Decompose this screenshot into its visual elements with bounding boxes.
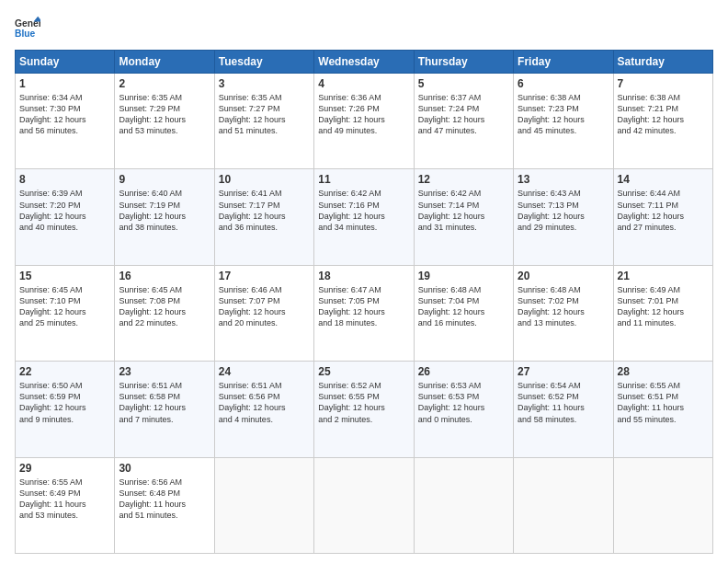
calendar-week-2: 8Sunrise: 6:39 AM Sunset: 7:20 PM Daylig… <box>16 169 713 265</box>
logo: General Blue <box>15 15 44 40</box>
day-number: 16 <box>119 270 210 282</box>
day-info: Sunrise: 6:42 AM Sunset: 7:14 PM Dayligh… <box>418 188 509 233</box>
day-number: 17 <box>219 270 310 282</box>
calendar-cell: 16Sunrise: 6:45 AM Sunset: 7:08 PM Dayli… <box>115 265 214 361</box>
day-info: Sunrise: 6:52 AM Sunset: 6:55 PM Dayligh… <box>318 380 409 425</box>
day-number: 28 <box>618 365 709 378</box>
day-number: 6 <box>518 77 609 90</box>
calendar-cell: 23Sunrise: 6:51 AM Sunset: 6:58 PM Dayli… <box>115 362 214 457</box>
calendar-cell: 21Sunrise: 6:49 AM Sunset: 7:01 PM Dayli… <box>613 265 712 361</box>
calendar-header-wednesday: Wednesday <box>314 51 414 74</box>
day-number: 13 <box>518 173 609 186</box>
calendar-cell: 1Sunrise: 6:34 AM Sunset: 7:30 PM Daylig… <box>16 74 115 169</box>
day-number: 19 <box>418 270 509 282</box>
calendar-header-tuesday: Tuesday <box>214 51 313 74</box>
day-number: 27 <box>518 365 609 378</box>
day-info: Sunrise: 6:43 AM Sunset: 7:13 PM Dayligh… <box>518 188 609 233</box>
day-number: 25 <box>318 365 409 378</box>
day-number: 14 <box>618 173 709 186</box>
calendar-cell: 25Sunrise: 6:52 AM Sunset: 6:55 PM Dayli… <box>314 362 414 457</box>
calendar-cell: 6Sunrise: 6:38 AM Sunset: 7:23 PM Daylig… <box>514 74 613 169</box>
calendar-header-saturday: Saturday <box>613 51 712 74</box>
calendar-header-monday: Monday <box>115 51 214 74</box>
calendar-cell: 5Sunrise: 6:37 AM Sunset: 7:24 PM Daylig… <box>414 74 513 169</box>
calendar-cell: 18Sunrise: 6:47 AM Sunset: 7:05 PM Dayli… <box>314 265 414 361</box>
calendar-cell: 13Sunrise: 6:43 AM Sunset: 7:13 PM Dayli… <box>514 169 613 265</box>
day-info: Sunrise: 6:48 AM Sunset: 7:02 PM Dayligh… <box>518 284 609 329</box>
day-number: 11 <box>318 173 409 186</box>
day-info: Sunrise: 6:51 AM Sunset: 6:58 PM Dayligh… <box>119 380 210 425</box>
calendar-cell: 15Sunrise: 6:45 AM Sunset: 7:10 PM Dayli… <box>16 265 115 361</box>
calendar-cell: 27Sunrise: 6:54 AM Sunset: 6:52 PM Dayli… <box>514 362 613 457</box>
calendar-cell: 8Sunrise: 6:39 AM Sunset: 7:20 PM Daylig… <box>16 169 115 265</box>
calendar-header-friday: Friday <box>514 51 613 74</box>
calendar-header-thursday: Thursday <box>414 51 513 74</box>
calendar-cell: 22Sunrise: 6:50 AM Sunset: 6:59 PM Dayli… <box>16 362 115 457</box>
calendar-header-row: SundayMondayTuesdayWednesdayThursdayFrid… <box>16 51 713 74</box>
calendar-cell: 9Sunrise: 6:40 AM Sunset: 7:19 PM Daylig… <box>115 169 214 265</box>
day-info: Sunrise: 6:51 AM Sunset: 6:56 PM Dayligh… <box>219 380 310 425</box>
calendar-cell: 28Sunrise: 6:55 AM Sunset: 6:51 PM Dayli… <box>613 362 712 457</box>
calendar-table: SundayMondayTuesdayWednesdayThursdayFrid… <box>15 50 713 554</box>
calendar-cell: 24Sunrise: 6:51 AM Sunset: 6:56 PM Dayli… <box>214 362 313 457</box>
calendar-cell: 17Sunrise: 6:46 AM Sunset: 7:07 PM Dayli… <box>214 265 313 361</box>
day-info: Sunrise: 6:46 AM Sunset: 7:07 PM Dayligh… <box>219 284 310 329</box>
day-number: 20 <box>518 270 609 282</box>
calendar-cell: 2Sunrise: 6:35 AM Sunset: 7:29 PM Daylig… <box>115 74 214 169</box>
day-info: Sunrise: 6:49 AM Sunset: 7:01 PM Dayligh… <box>618 284 709 329</box>
calendar-cell <box>414 457 513 553</box>
day-info: Sunrise: 6:35 AM Sunset: 7:29 PM Dayligh… <box>119 92 210 137</box>
svg-text:Blue: Blue <box>15 29 36 39</box>
day-number: 29 <box>19 462 110 475</box>
day-number: 2 <box>119 77 210 90</box>
day-info: Sunrise: 6:48 AM Sunset: 7:04 PM Dayligh… <box>418 284 509 329</box>
logo-icon: General Blue <box>15 15 40 40</box>
calendar-week-4: 22Sunrise: 6:50 AM Sunset: 6:59 PM Dayli… <box>16 362 713 457</box>
day-number: 5 <box>418 77 509 90</box>
calendar-cell: 7Sunrise: 6:38 AM Sunset: 7:21 PM Daylig… <box>613 74 712 169</box>
day-info: Sunrise: 6:45 AM Sunset: 7:10 PM Dayligh… <box>19 284 110 329</box>
day-info: Sunrise: 6:50 AM Sunset: 6:59 PM Dayligh… <box>19 380 110 425</box>
calendar-cell: 4Sunrise: 6:36 AM Sunset: 7:26 PM Daylig… <box>314 74 414 169</box>
day-number: 30 <box>119 462 210 475</box>
day-info: Sunrise: 6:38 AM Sunset: 7:21 PM Dayligh… <box>618 92 709 137</box>
calendar-cell <box>514 457 613 553</box>
day-number: 21 <box>618 270 709 282</box>
day-info: Sunrise: 6:55 AM Sunset: 6:49 PM Dayligh… <box>19 477 110 522</box>
day-info: Sunrise: 6:39 AM Sunset: 7:20 PM Dayligh… <box>19 188 110 233</box>
day-number: 18 <box>318 270 409 282</box>
calendar-cell: 14Sunrise: 6:44 AM Sunset: 7:11 PM Dayli… <box>613 169 712 265</box>
day-info: Sunrise: 6:56 AM Sunset: 6:48 PM Dayligh… <box>119 477 210 522</box>
day-info: Sunrise: 6:53 AM Sunset: 6:53 PM Dayligh… <box>418 380 509 425</box>
calendar-cell <box>314 457 414 553</box>
day-info: Sunrise: 6:42 AM Sunset: 7:16 PM Dayligh… <box>318 188 409 233</box>
calendar-cell: 26Sunrise: 6:53 AM Sunset: 6:53 PM Dayli… <box>414 362 513 457</box>
day-info: Sunrise: 6:54 AM Sunset: 6:52 PM Dayligh… <box>518 380 609 425</box>
calendar-cell: 12Sunrise: 6:42 AM Sunset: 7:14 PM Dayli… <box>414 169 513 265</box>
day-number: 4 <box>318 77 409 90</box>
calendar-cell: 3Sunrise: 6:35 AM Sunset: 7:27 PM Daylig… <box>214 74 313 169</box>
day-number: 24 <box>219 365 310 378</box>
day-info: Sunrise: 6:34 AM Sunset: 7:30 PM Dayligh… <box>19 92 110 137</box>
calendar-header-sunday: Sunday <box>16 51 115 74</box>
day-number: 26 <box>418 365 509 378</box>
day-number: 23 <box>119 365 210 378</box>
day-info: Sunrise: 6:40 AM Sunset: 7:19 PM Dayligh… <box>119 188 210 233</box>
day-info: Sunrise: 6:35 AM Sunset: 7:27 PM Dayligh… <box>219 92 310 137</box>
day-number: 10 <box>219 173 310 186</box>
day-info: Sunrise: 6:37 AM Sunset: 7:24 PM Dayligh… <box>418 92 509 137</box>
day-number: 22 <box>19 365 110 378</box>
calendar-cell: 11Sunrise: 6:42 AM Sunset: 7:16 PM Dayli… <box>314 169 414 265</box>
day-info: Sunrise: 6:47 AM Sunset: 7:05 PM Dayligh… <box>318 284 409 329</box>
day-info: Sunrise: 6:41 AM Sunset: 7:17 PM Dayligh… <box>219 188 310 233</box>
day-info: Sunrise: 6:55 AM Sunset: 6:51 PM Dayligh… <box>618 380 709 425</box>
day-number: 15 <box>19 270 110 282</box>
day-number: 3 <box>219 77 310 90</box>
calendar-week-1: 1Sunrise: 6:34 AM Sunset: 7:30 PM Daylig… <box>16 74 713 169</box>
calendar-cell <box>214 457 313 553</box>
day-number: 9 <box>119 173 210 186</box>
day-number: 8 <box>19 173 110 186</box>
day-info: Sunrise: 6:36 AM Sunset: 7:26 PM Dayligh… <box>318 92 409 137</box>
day-number: 1 <box>19 77 110 90</box>
calendar-cell <box>613 457 712 553</box>
